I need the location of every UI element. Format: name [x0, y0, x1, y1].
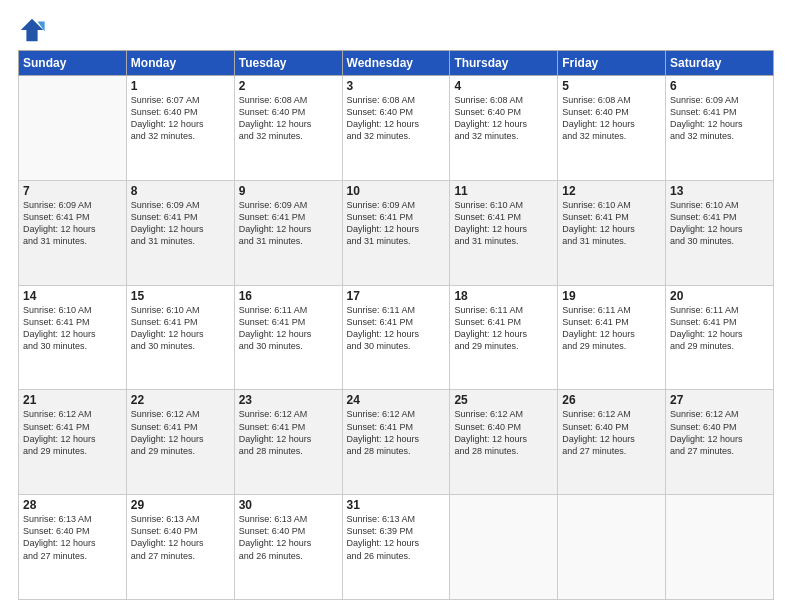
day-info: Sunrise: 6:13 AMSunset: 6:39 PMDaylight:…	[347, 513, 446, 562]
day-info: Sunrise: 6:09 AMSunset: 6:41 PMDaylight:…	[347, 199, 446, 248]
day-number: 17	[347, 289, 446, 303]
header	[18, 16, 774, 44]
calendar-cell	[450, 495, 558, 600]
calendar-cell: 10Sunrise: 6:09 AMSunset: 6:41 PMDayligh…	[342, 180, 450, 285]
calendar-cell: 24Sunrise: 6:12 AMSunset: 6:41 PMDayligh…	[342, 390, 450, 495]
day-number: 22	[131, 393, 230, 407]
day-number: 23	[239, 393, 338, 407]
day-info: Sunrise: 6:10 AMSunset: 6:41 PMDaylight:…	[23, 304, 122, 353]
day-info: Sunrise: 6:08 AMSunset: 6:40 PMDaylight:…	[454, 94, 553, 143]
calendar-header-saturday: Saturday	[666, 51, 774, 76]
calendar-cell: 30Sunrise: 6:13 AMSunset: 6:40 PMDayligh…	[234, 495, 342, 600]
calendar-header-wednesday: Wednesday	[342, 51, 450, 76]
day-number: 21	[23, 393, 122, 407]
calendar-cell: 14Sunrise: 6:10 AMSunset: 6:41 PMDayligh…	[19, 285, 127, 390]
day-number: 24	[347, 393, 446, 407]
calendar-week-2: 7Sunrise: 6:09 AMSunset: 6:41 PMDaylight…	[19, 180, 774, 285]
calendar-header-friday: Friday	[558, 51, 666, 76]
calendar-week-3: 14Sunrise: 6:10 AMSunset: 6:41 PMDayligh…	[19, 285, 774, 390]
day-info: Sunrise: 6:10 AMSunset: 6:41 PMDaylight:…	[670, 199, 769, 248]
day-number: 25	[454, 393, 553, 407]
day-info: Sunrise: 6:09 AMSunset: 6:41 PMDaylight:…	[23, 199, 122, 248]
day-info: Sunrise: 6:08 AMSunset: 6:40 PMDaylight:…	[239, 94, 338, 143]
calendar-header-sunday: Sunday	[19, 51, 127, 76]
calendar-cell: 15Sunrise: 6:10 AMSunset: 6:41 PMDayligh…	[126, 285, 234, 390]
calendar-cell: 31Sunrise: 6:13 AMSunset: 6:39 PMDayligh…	[342, 495, 450, 600]
day-info: Sunrise: 6:12 AMSunset: 6:40 PMDaylight:…	[562, 408, 661, 457]
day-number: 27	[670, 393, 769, 407]
day-number: 29	[131, 498, 230, 512]
day-info: Sunrise: 6:09 AMSunset: 6:41 PMDaylight:…	[670, 94, 769, 143]
calendar-header-tuesday: Tuesday	[234, 51, 342, 76]
day-number: 18	[454, 289, 553, 303]
calendar-cell: 26Sunrise: 6:12 AMSunset: 6:40 PMDayligh…	[558, 390, 666, 495]
calendar-header-monday: Monday	[126, 51, 234, 76]
calendar-cell: 29Sunrise: 6:13 AMSunset: 6:40 PMDayligh…	[126, 495, 234, 600]
day-number: 30	[239, 498, 338, 512]
calendar-cell: 20Sunrise: 6:11 AMSunset: 6:41 PMDayligh…	[666, 285, 774, 390]
logo	[18, 16, 50, 44]
day-number: 28	[23, 498, 122, 512]
calendar-cell: 18Sunrise: 6:11 AMSunset: 6:41 PMDayligh…	[450, 285, 558, 390]
day-info: Sunrise: 6:10 AMSunset: 6:41 PMDaylight:…	[131, 304, 230, 353]
day-number: 19	[562, 289, 661, 303]
calendar-cell: 11Sunrise: 6:10 AMSunset: 6:41 PMDayligh…	[450, 180, 558, 285]
day-info: Sunrise: 6:13 AMSunset: 6:40 PMDaylight:…	[23, 513, 122, 562]
day-info: Sunrise: 6:12 AMSunset: 6:41 PMDaylight:…	[131, 408, 230, 457]
calendar-cell: 17Sunrise: 6:11 AMSunset: 6:41 PMDayligh…	[342, 285, 450, 390]
calendar-header-thursday: Thursday	[450, 51, 558, 76]
calendar-cell: 13Sunrise: 6:10 AMSunset: 6:41 PMDayligh…	[666, 180, 774, 285]
calendar-cell: 8Sunrise: 6:09 AMSunset: 6:41 PMDaylight…	[126, 180, 234, 285]
day-info: Sunrise: 6:12 AMSunset: 6:41 PMDaylight:…	[347, 408, 446, 457]
calendar-cell: 5Sunrise: 6:08 AMSunset: 6:40 PMDaylight…	[558, 76, 666, 181]
calendar-cell: 23Sunrise: 6:12 AMSunset: 6:41 PMDayligh…	[234, 390, 342, 495]
day-number: 15	[131, 289, 230, 303]
calendar-cell: 2Sunrise: 6:08 AMSunset: 6:40 PMDaylight…	[234, 76, 342, 181]
day-number: 12	[562, 184, 661, 198]
day-number: 9	[239, 184, 338, 198]
calendar-table: SundayMondayTuesdayWednesdayThursdayFrid…	[18, 50, 774, 600]
day-number: 31	[347, 498, 446, 512]
day-number: 4	[454, 79, 553, 93]
calendar-cell: 1Sunrise: 6:07 AMSunset: 6:40 PMDaylight…	[126, 76, 234, 181]
day-info: Sunrise: 6:11 AMSunset: 6:41 PMDaylight:…	[239, 304, 338, 353]
day-info: Sunrise: 6:13 AMSunset: 6:40 PMDaylight:…	[239, 513, 338, 562]
day-info: Sunrise: 6:10 AMSunset: 6:41 PMDaylight:…	[562, 199, 661, 248]
calendar-cell: 22Sunrise: 6:12 AMSunset: 6:41 PMDayligh…	[126, 390, 234, 495]
calendar-cell: 9Sunrise: 6:09 AMSunset: 6:41 PMDaylight…	[234, 180, 342, 285]
day-info: Sunrise: 6:11 AMSunset: 6:41 PMDaylight:…	[670, 304, 769, 353]
day-info: Sunrise: 6:10 AMSunset: 6:41 PMDaylight:…	[454, 199, 553, 248]
day-number: 7	[23, 184, 122, 198]
calendar-cell	[666, 495, 774, 600]
calendar-header-row: SundayMondayTuesdayWednesdayThursdayFrid…	[19, 51, 774, 76]
calendar-cell: 19Sunrise: 6:11 AMSunset: 6:41 PMDayligh…	[558, 285, 666, 390]
day-info: Sunrise: 6:08 AMSunset: 6:40 PMDaylight:…	[347, 94, 446, 143]
day-info: Sunrise: 6:12 AMSunset: 6:41 PMDaylight:…	[23, 408, 122, 457]
page: SundayMondayTuesdayWednesdayThursdayFrid…	[0, 0, 792, 612]
calendar-week-1: 1Sunrise: 6:07 AMSunset: 6:40 PMDaylight…	[19, 76, 774, 181]
day-number: 13	[670, 184, 769, 198]
day-number: 6	[670, 79, 769, 93]
calendar-cell: 3Sunrise: 6:08 AMSunset: 6:40 PMDaylight…	[342, 76, 450, 181]
day-info: Sunrise: 6:12 AMSunset: 6:41 PMDaylight:…	[239, 408, 338, 457]
day-number: 20	[670, 289, 769, 303]
calendar-cell: 6Sunrise: 6:09 AMSunset: 6:41 PMDaylight…	[666, 76, 774, 181]
calendar-cell: 28Sunrise: 6:13 AMSunset: 6:40 PMDayligh…	[19, 495, 127, 600]
day-number: 11	[454, 184, 553, 198]
day-info: Sunrise: 6:07 AMSunset: 6:40 PMDaylight:…	[131, 94, 230, 143]
day-number: 2	[239, 79, 338, 93]
day-info: Sunrise: 6:11 AMSunset: 6:41 PMDaylight:…	[562, 304, 661, 353]
day-info: Sunrise: 6:11 AMSunset: 6:41 PMDaylight:…	[347, 304, 446, 353]
calendar-week-4: 21Sunrise: 6:12 AMSunset: 6:41 PMDayligh…	[19, 390, 774, 495]
day-info: Sunrise: 6:09 AMSunset: 6:41 PMDaylight:…	[239, 199, 338, 248]
day-info: Sunrise: 6:08 AMSunset: 6:40 PMDaylight:…	[562, 94, 661, 143]
calendar-cell: 25Sunrise: 6:12 AMSunset: 6:40 PMDayligh…	[450, 390, 558, 495]
day-info: Sunrise: 6:09 AMSunset: 6:41 PMDaylight:…	[131, 199, 230, 248]
calendar-cell: 27Sunrise: 6:12 AMSunset: 6:40 PMDayligh…	[666, 390, 774, 495]
calendar-week-5: 28Sunrise: 6:13 AMSunset: 6:40 PMDayligh…	[19, 495, 774, 600]
calendar-cell	[19, 76, 127, 181]
day-number: 26	[562, 393, 661, 407]
day-number: 8	[131, 184, 230, 198]
calendar-cell	[558, 495, 666, 600]
day-number: 16	[239, 289, 338, 303]
